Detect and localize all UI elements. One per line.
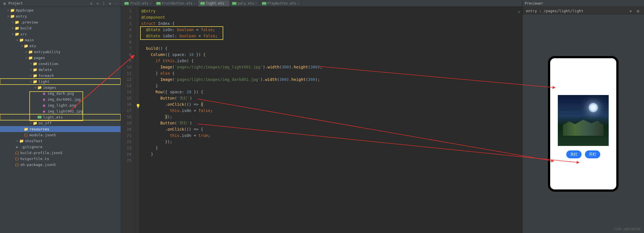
tree-item-build[interactable]: >📁build <box>0 25 121 31</box>
code-line-3[interactable]: struct Index { <box>141 20 520 27</box>
tree-item-entry[interactable]: v📁entry <box>0 13 121 19</box>
phone-frame: 关灯 开灯 <box>548 56 619 192</box>
sidebar-title: Project <box>8 1 87 5</box>
tree-item-main[interactable]: v📁main <box>0 37 121 43</box>
tree-item-light-ets[interactable]: ETSlight.ets <box>0 114 121 120</box>
tree-item--gitignore[interactable]: ◆.gitignore <box>0 144 121 150</box>
preview-buttons: 关灯 开灯 <box>566 150 600 158</box>
watermark: CSDN @爱吃面的猫 <box>614 227 641 231</box>
fold-column[interactable]: ------- <box>135 7 139 233</box>
tree-item-img_light-png[interactable]: ▣img_light.png <box>0 102 121 108</box>
tree-item-condition[interactable]: >📁condition <box>0 61 121 67</box>
tree-item-img_light001-jpg[interactable]: ▣img_light001.jpg <box>0 108 121 114</box>
lightbulb-icon[interactable]: 💡 <box>136 103 140 109</box>
tree-item-img_dark001-jpg[interactable]: ▣img_dark001.jpg <box>0 96 121 102</box>
code-line-13[interactable]: } <box>141 83 520 89</box>
tab-fruit-ets[interactable]: ETSfruit.ets× <box>122 0 154 7</box>
editor-tabs: ETSfruit.ets×ETSFruitButton.ets×ETSlight… <box>121 0 522 7</box>
check-icon: ✔ <box>518 8 521 15</box>
code-line-1[interactable]: @Entry <box>141 8 520 14</box>
code-line-10[interactable]: Image('pages/light/images/img_light001.j… <box>141 64 520 70</box>
tree-item-module-json5[interactable]: {}module.json5 <box>0 132 121 138</box>
code-line-8[interactable]: Column({ space: 10 }) { <box>141 51 520 58</box>
preview-image <box>558 95 609 146</box>
code-line-21[interactable]: this.isOn = true; <box>141 132 520 139</box>
tree-item-img_dark-png[interactable]: ▣img_dark.png <box>0 90 121 96</box>
tree-item-entryability[interactable]: >📁entryability <box>0 49 121 55</box>
code-line-16[interactable]: .onClick(() => { <box>141 101 520 107</box>
tree-item-light[interactable]: v📁light <box>0 79 121 85</box>
tree-item-pages[interactable]: v📁pages <box>0 55 121 61</box>
previewer-pane: Previewer entry : /pages/light/light ◈ ▤… <box>522 0 644 233</box>
lights-on-button[interactable]: 开灯 <box>585 150 600 158</box>
code-line-6[interactable] <box>141 39 520 45</box>
settings-icon[interactable]: ✿ <box>108 1 112 6</box>
tree-item-src[interactable]: v📁src <box>0 31 121 37</box>
previewer-body: 关灯 开灯 <box>522 15 644 233</box>
code-line-14[interactable]: Row({ space: 20 }) { <box>141 89 520 95</box>
code-line-17[interactable]: this.isOn = false; <box>141 107 520 114</box>
previewer-subheader: entry : /pages/light/light ◈ ▤ <box>522 7 644 15</box>
tree-item-ohosTest[interactable]: >📁ohosTest <box>0 138 121 144</box>
code-line-24[interactable]: } <box>141 151 520 157</box>
tree-item-ets[interactable]: v📁ets <box>0 43 121 49</box>
tree-item-resources[interactable]: >📁resources <box>0 126 121 132</box>
tree-item-hvigorfile-ts[interactable]: {}hvigorfile.ts <box>0 156 121 162</box>
refresh-icon[interactable]: ◈ <box>628 8 633 13</box>
code-line-7[interactable]: build() { <box>141 45 520 51</box>
code-content[interactable]: 💡 @Entry@Componentstruct Index { @State … <box>139 7 522 233</box>
hide-icon[interactable]: — <box>114 1 118 6</box>
code-line-19[interactable]: Button('开灯') <box>141 120 520 126</box>
tab-FruitButton-ets[interactable]: ETSFruitButton.ets× <box>154 0 198 7</box>
sidebar-header: ▦ Project ◎ ⇆ | ✿ — <box>0 0 121 7</box>
tab-paly-ets[interactable]: ETSpaly.ets× <box>230 0 259 7</box>
code-line-23[interactable]: } <box>141 145 520 151</box>
code-line-15[interactable]: Button('关灯') <box>141 95 520 101</box>
tab-light-ets[interactable]: ETSlight.ets× <box>198 0 230 7</box>
previewer-header: Previewer <box>522 0 644 7</box>
tree-item--preview[interactable]: >📁.preview <box>0 19 121 25</box>
code-line-4[interactable]: @State isOn: boolean = false; <box>141 27 520 33</box>
target-icon[interactable]: ◎ <box>89 1 94 6</box>
tree-item-images[interactable]: v📁images <box>0 85 121 90</box>
divider: | <box>101 1 106 6</box>
code-line-20[interactable]: .onClick(() => { <box>141 126 520 132</box>
tab-PlayButton-ets[interactable]: ETSPlayButton.ets× <box>260 0 302 7</box>
tree-item-on_off[interactable]: >📁on_off <box>0 120 121 126</box>
code-line-25[interactable] <box>141 157 520 163</box>
line-gutter: 1234567891011121314151617181920212223242… <box>121 7 135 233</box>
code-line-11[interactable]: } else { <box>141 70 520 76</box>
lights-off-button[interactable]: 关灯 <box>566 150 582 158</box>
code-line-22[interactable]: }); <box>141 139 520 145</box>
code-line-18[interactable]: }); <box>141 114 520 120</box>
file-tree[interactable]: >📁AppScopev📁entry>📁.preview>📁buildv📁srcv… <box>0 7 121 233</box>
code-line-9[interactable]: if (this.isOn) { <box>141 58 520 64</box>
project-sidebar: ▦ Project ◎ ⇆ | ✿ — >📁AppScopev📁entry>📁.… <box>0 0 121 233</box>
tree-item-oh-package-json5[interactable]: {}oh-package.json5 <box>0 162 121 168</box>
code-area[interactable]: 1234567891011121314151617181920212223242… <box>121 7 522 233</box>
code-line-2[interactable]: @Component <box>141 14 520 20</box>
editor-pane: ETSfruit.ets×ETSFruitButton.ets×ETSlight… <box>121 0 522 233</box>
collapse-icon[interactable]: ⇆ <box>95 1 100 6</box>
code-line-12[interactable]: Image('pages/light/images/img_dark001.jp… <box>141 76 520 83</box>
previewer-path: entry : /pages/light/light <box>526 9 584 13</box>
tree-item-foreach[interactable]: >📁foreach <box>0 73 121 79</box>
project-icon: ▦ <box>2 1 7 6</box>
code-line-5[interactable]: @State isDel: boolean = false; <box>141 33 520 39</box>
tree-item-build-profile-json5[interactable]: {}build-profile.json5 <box>0 150 121 156</box>
layers-icon[interactable]: ▤ <box>636 8 641 13</box>
tree-item-delete[interactable]: >📁delete <box>0 67 121 73</box>
tree-item-AppScope[interactable]: >📁AppScope <box>0 7 121 13</box>
